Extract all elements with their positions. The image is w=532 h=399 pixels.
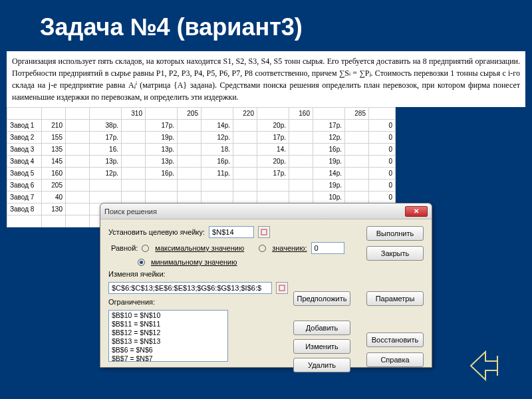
cell[interactable]: 0 — [369, 120, 396, 132]
cell[interactable]: Завод 2 — [7, 132, 42, 144]
cell[interactable]: 11р. — [201, 168, 233, 180]
help-button[interactable]: Справка — [366, 352, 424, 367]
cell[interactable]: 14р. — [201, 120, 233, 132]
cell[interactable]: 13р. — [146, 156, 178, 168]
cell[interactable]: 20р. — [257, 156, 289, 168]
cell[interactable] — [178, 192, 201, 203]
cell[interactable] — [7, 215, 42, 227]
add-button[interactable]: Добавить — [293, 321, 350, 335]
cell[interactable] — [233, 120, 257, 132]
cell[interactable] — [289, 180, 313, 192]
cell[interactable]: 220 — [233, 108, 257, 120]
cell[interactable]: Завод 8 — [7, 203, 42, 215]
cell[interactable] — [289, 120, 313, 132]
cell[interactable]: Завод 5 — [7, 168, 42, 180]
cell[interactable] — [7, 108, 42, 120]
cell[interactable] — [289, 132, 313, 144]
cell[interactable]: 205 — [42, 180, 66, 192]
cell[interactable] — [257, 108, 289, 120]
constraint-item[interactable]: $B$13 = $N$13 — [112, 337, 225, 346]
edit-button[interactable]: Изменить — [293, 339, 350, 354]
cell[interactable] — [345, 132, 369, 144]
dialog-titlebar[interactable]: Поиск решения ✕ — [100, 203, 432, 219]
cell[interactable] — [66, 108, 90, 120]
cell[interactable] — [201, 192, 233, 203]
cell[interactable]: 13р. — [90, 156, 122, 168]
cell[interactable]: 14р. — [313, 168, 345, 180]
cell[interactable]: 12р. — [313, 132, 345, 144]
constraint-item[interactable]: $B$11 = $N$11 — [112, 320, 225, 329]
cell[interactable] — [66, 132, 90, 144]
cell[interactable]: 19р. — [146, 132, 178, 144]
cell[interactable] — [90, 192, 122, 203]
cell[interactable]: 160 — [42, 168, 66, 180]
cell[interactable]: 210 — [42, 120, 66, 132]
cell[interactable] — [146, 180, 178, 192]
cell[interactable] — [146, 108, 178, 120]
cell[interactable]: Завод 6 — [7, 180, 42, 192]
radio-min[interactable] — [138, 259, 145, 266]
constraints-list[interactable]: $B$10 = $N$10$B$11 = $N$11$B$12 = $N$12$… — [108, 310, 228, 362]
cell[interactable] — [233, 180, 257, 192]
close-icon[interactable]: ✕ — [405, 206, 428, 217]
cell[interactable]: Завод 7 — [7, 192, 42, 203]
cell[interactable] — [146, 192, 178, 203]
cell[interactable]: Завод 4 — [7, 156, 42, 168]
cell[interactable] — [289, 156, 313, 168]
cell[interactable]: 10р. — [313, 192, 345, 203]
cell[interactable] — [178, 144, 201, 156]
cell[interactable]: 0 — [369, 144, 396, 156]
cell[interactable] — [289, 144, 313, 156]
cell[interactable] — [345, 168, 369, 180]
radio-max-label[interactable]: максимальному значению — [155, 244, 244, 252]
cell[interactable]: 160 — [289, 108, 313, 120]
cell[interactable]: Завод 3 — [7, 144, 42, 156]
cell[interactable]: 13р. — [146, 144, 178, 156]
cell[interactable]: 38р. — [90, 120, 122, 132]
cell[interactable]: 19р. — [313, 180, 345, 192]
constraint-item[interactable]: $B$7 = $N$7 — [112, 354, 225, 362]
cell[interactable]: 0 — [369, 192, 396, 203]
radio-min-label[interactable]: минимальному значению — [151, 258, 237, 266]
cell[interactable] — [122, 156, 146, 168]
radio-value[interactable] — [259, 245, 266, 252]
target-cell-input[interactable]: $N$14 — [209, 226, 254, 238]
cell[interactable]: 16р. — [201, 156, 233, 168]
delete-button[interactable]: Удалить — [293, 358, 350, 372]
cell[interactable]: 285 — [345, 108, 369, 120]
cell[interactable] — [313, 108, 345, 120]
cell[interactable] — [233, 132, 257, 144]
cell[interactable]: 16р. — [313, 144, 345, 156]
cell[interactable]: 145 — [42, 156, 66, 168]
cell[interactable]: 17р. — [257, 168, 289, 180]
cell[interactable] — [122, 168, 146, 180]
cell[interactable]: Завод 1 — [7, 120, 42, 132]
constraint-item[interactable]: $B$6 = $N$6 — [112, 346, 225, 354]
cell[interactable] — [257, 180, 289, 192]
cell[interactable] — [289, 192, 313, 203]
cell[interactable] — [66, 203, 90, 215]
value-input[interactable]: 0 — [311, 242, 344, 254]
cell[interactable]: 0 — [369, 132, 396, 144]
cell[interactable]: 130 — [42, 203, 66, 215]
cell[interactable] — [42, 215, 66, 227]
cell[interactable]: 310 — [122, 108, 146, 120]
cell[interactable]: 17р. — [146, 120, 178, 132]
cell[interactable]: 12р. — [201, 132, 233, 144]
cell[interactable] — [122, 132, 146, 144]
cell[interactable] — [122, 180, 146, 192]
cell[interactable] — [66, 156, 90, 168]
cell[interactable]: 0 — [369, 156, 396, 168]
cell[interactable] — [66, 192, 90, 203]
ref-picker-icon[interactable] — [276, 282, 288, 294]
cell[interactable]: 205 — [178, 108, 201, 120]
return-icon[interactable] — [466, 348, 505, 382]
cell[interactable] — [345, 192, 369, 203]
cell[interactable] — [66, 180, 90, 192]
cell[interactable]: 135 — [42, 144, 66, 156]
cell[interactable]: 14. — [257, 144, 289, 156]
cell[interactable] — [345, 144, 369, 156]
params-button[interactable]: Параметры — [366, 291, 424, 306]
reset-button[interactable]: Восстановить — [366, 332, 424, 347]
cell[interactable] — [345, 120, 369, 132]
